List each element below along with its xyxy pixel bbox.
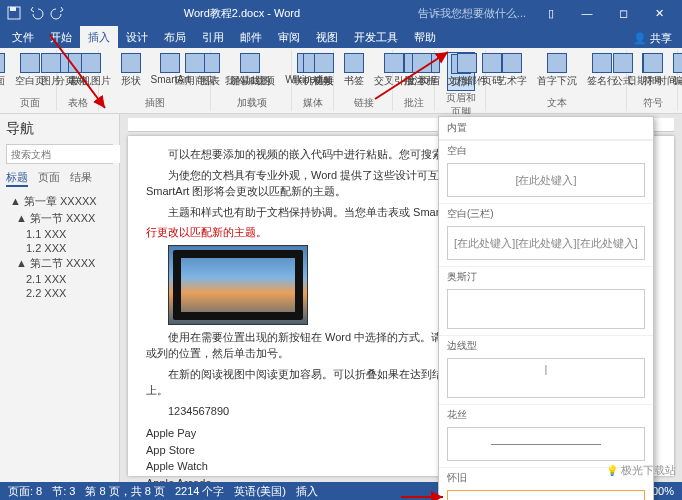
footer-gallery-dropdown: 内置 空白 [在此处键入] 空白(三栏) [在此处键入][在此处键入][在此处键… xyxy=(438,116,654,500)
close-icon[interactable]: ✕ xyxy=(642,3,676,23)
tree-item[interactable]: 2.2 XXX xyxy=(6,286,113,300)
group-label: 媒体 xyxy=(303,96,323,111)
status-words[interactable]: 2214 个字 xyxy=(175,484,225,499)
dd-section-blank3: 空白(三栏) xyxy=(439,203,653,224)
nav-tab-结果[interactable]: 结果 xyxy=(70,170,92,187)
tab-引用[interactable]: 引用 xyxy=(194,26,232,48)
inline-image[interactable] xyxy=(168,245,308,325)
svg-rect-1 xyxy=(10,7,16,11)
tree-item[interactable]: 1.2 XXX xyxy=(6,241,113,255)
window-title: Word教程2.docx - Word xyxy=(66,6,418,21)
dd-item-blank3[interactable]: [在此处键入][在此处键入][在此处键入] xyxy=(447,226,645,260)
ribbon-艺术字[interactable]: 艺术字 xyxy=(494,52,530,89)
status-insert[interactable]: 插入 xyxy=(296,484,318,499)
nav-search: 🔍 ▾ xyxy=(6,144,113,164)
tree-item[interactable]: ▲ 第一章 XXXXX xyxy=(6,193,113,210)
tree-item[interactable]: ▲ 第二节 XXXX xyxy=(6,255,113,272)
tab-布局[interactable]: 布局 xyxy=(156,26,194,48)
tree-item[interactable]: ▲ 第一节 XXXX xyxy=(6,210,113,227)
ribbon-封面[interactable]: 封面 xyxy=(0,52,8,89)
ribbon-文本框[interactable]: 文本框 xyxy=(404,52,440,89)
ribbon-书签[interactable]: 书签 xyxy=(341,52,367,89)
tree-item[interactable]: 2.1 XXX xyxy=(6,272,113,286)
group-label: 批注 xyxy=(404,96,424,111)
dd-item-edge[interactable]: | xyxy=(447,358,645,398)
ribbon-options-icon[interactable]: ▯ xyxy=(534,3,568,23)
status-page[interactable]: 页面: 8 xyxy=(8,484,42,499)
ribbon-首字下沉[interactable]: 首字下沉 xyxy=(534,52,580,89)
tab-审阅[interactable]: 审阅 xyxy=(270,26,308,48)
tab-邮件[interactable]: 邮件 xyxy=(232,26,270,48)
tab-插入[interactable]: 插入 xyxy=(80,26,118,48)
status-lang[interactable]: 英语(美国) xyxy=(234,484,285,499)
minimize-icon[interactable]: — xyxy=(570,3,604,23)
dd-item-blank[interactable]: [在此处键入] xyxy=(447,163,645,197)
ribbon-文档部件[interactable]: 文档部件 xyxy=(444,52,490,89)
ribbon-我的加载项[interactable]: 我的加载项 xyxy=(222,52,278,89)
tab-开发工具[interactable]: 开发工具 xyxy=(346,26,406,48)
ribbon-编号[interactable]: 编号 xyxy=(670,52,682,89)
maximize-icon[interactable]: ◻ xyxy=(606,3,640,23)
group-label: 加载项 xyxy=(237,96,267,111)
tab-文件[interactable]: 文件 xyxy=(4,26,42,48)
dd-section-lace: 花丝 xyxy=(439,404,653,425)
save-icon[interactable] xyxy=(6,5,22,21)
tab-开始[interactable]: 开始 xyxy=(42,26,80,48)
undo-icon[interactable] xyxy=(28,5,44,21)
tab-视图[interactable]: 视图 xyxy=(308,26,346,48)
status-section[interactable]: 节: 3 xyxy=(52,484,75,499)
dd-section-edge: 边线型 xyxy=(439,335,653,356)
group-label: 文本 xyxy=(547,96,567,111)
nav-title: 导航 xyxy=(6,120,113,138)
ribbon-联机图片[interactable]: 联机图片 xyxy=(68,52,114,89)
nav-tab-标题[interactable]: 标题 xyxy=(6,170,28,187)
tell-me[interactable]: 告诉我您想要做什么... xyxy=(418,6,526,21)
dd-section-blank: 空白 xyxy=(439,140,653,161)
tab-帮助[interactable]: 帮助 xyxy=(406,26,444,48)
ribbon-链接[interactable]: 链接 xyxy=(311,52,337,89)
share-button[interactable]: 👤 共享 xyxy=(623,29,682,48)
dd-item-lace[interactable] xyxy=(447,427,645,461)
watermark: 💡 极光下载站 xyxy=(606,463,676,478)
redo-icon[interactable] xyxy=(50,5,66,21)
ribbon-形状[interactable]: 形状 xyxy=(118,52,144,89)
dd-item-austin[interactable] xyxy=(447,289,645,329)
dd-section-austin: 奥斯汀 xyxy=(439,266,653,287)
ribbon-图片[interactable]: 图片 xyxy=(38,52,64,89)
tree-item[interactable]: 1.1 XXX xyxy=(6,227,113,241)
group-label: 插图 xyxy=(145,96,165,111)
nav-tab-页面[interactable]: 页面 xyxy=(38,170,60,187)
ribbon-符号[interactable]: 符号 xyxy=(640,52,666,89)
group-label: 表格 xyxy=(68,96,88,111)
ribbon-公式[interactable]: 公式 xyxy=(610,52,636,89)
group-label: 链接 xyxy=(354,96,374,111)
ribbon-应用商店[interactable]: 应用商店 xyxy=(172,52,218,89)
dd-builtin-header: 内置 xyxy=(439,117,653,140)
tab-设计[interactable]: 设计 xyxy=(118,26,156,48)
dd-item-whisp[interactable] xyxy=(447,490,645,500)
status-pages[interactable]: 第 8 页，共 8 页 xyxy=(85,484,164,499)
group-label: 符号 xyxy=(643,96,663,111)
group-label: 页面 xyxy=(20,96,40,111)
